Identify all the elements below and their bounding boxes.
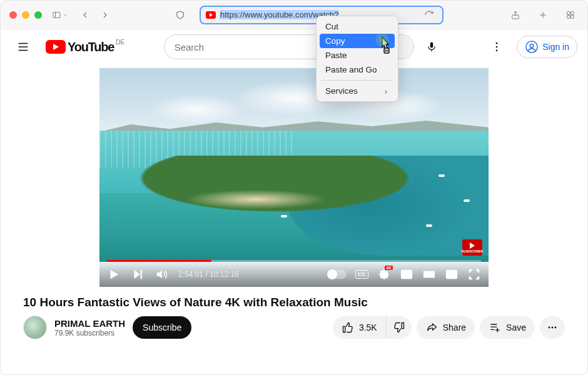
more-actions-button[interactable] — [540, 316, 565, 339]
youtube-logo[interactable]: YouTube DE — [46, 40, 123, 54]
reload-button[interactable] — [421, 7, 437, 23]
signin-label: Sign in — [542, 42, 569, 52]
svg-point-19 — [496, 42, 498, 44]
like-button[interactable]: 3.5K — [333, 316, 387, 339]
new-tab-button[interactable] — [535, 7, 551, 23]
back-button[interactable] — [77, 7, 93, 23]
sidebar-toggle-button[interactable] — [52, 7, 68, 23]
player-controls: 2:54:01 / 10:12:18 CC 4K — [99, 262, 489, 287]
context-menu-paste-and-go[interactable]: Paste and Go — [317, 62, 398, 77]
site-favicon-icon — [206, 11, 216, 19]
play-button[interactable] — [107, 268, 121, 281]
window-minimize-button[interactable] — [22, 11, 29, 19]
browser-toolbar: https://www.youtube.com/watch? — [1, 1, 587, 29]
subscriber-count: 79.9K subscribers — [54, 329, 125, 338]
country-code: DE — [116, 39, 124, 46]
share-arrow-icon — [425, 321, 438, 334]
ellipsis-icon — [546, 321, 559, 334]
tab-overview-button[interactable] — [562, 7, 579, 23]
svg-point-36 — [555, 327, 557, 329]
kebab-menu-icon — [490, 41, 503, 53]
window-close-button[interactable] — [9, 11, 17, 19]
context-menu-cut[interactable]: Cut — [317, 19, 398, 34]
channel-name: PRIMAL EARTH — [54, 318, 125, 329]
playlist-add-icon — [489, 321, 501, 334]
youtube-header: YouTube DE Sign in — [1, 29, 587, 64]
svg-rect-24 — [141, 270, 142, 279]
volume-button[interactable] — [155, 268, 168, 281]
boat-icon — [426, 224, 432, 227]
boat-icon — [438, 174, 445, 177]
dislike-button[interactable] — [387, 316, 412, 339]
svg-rect-0 — [53, 12, 60, 18]
svg-rect-27 — [424, 271, 435, 277]
context-menu-services[interactable]: Services — [317, 84, 398, 98]
signin-button[interactable]: Sign in — [517, 36, 577, 58]
fullscreen-button[interactable] — [467, 268, 481, 281]
like-count: 3.5K — [359, 322, 377, 332]
subscribe-watermark[interactable]: SUBSCRIBE — [462, 239, 482, 256]
voice-search-button[interactable] — [419, 34, 444, 59]
share-video-button[interactable]: Share — [417, 316, 475, 339]
microphone-icon — [426, 41, 437, 52]
svg-rect-8 — [571, 15, 574, 18]
user-icon — [525, 40, 539, 54]
svg-point-23 — [530, 44, 534, 48]
share-button[interactable] — [507, 7, 524, 23]
theater-button[interactable] — [422, 268, 436, 281]
next-button[interactable] — [131, 268, 144, 281]
settings-menu-button[interactable] — [484, 34, 509, 59]
svg-point-22 — [526, 41, 537, 52]
chevron-right-icon — [383, 89, 389, 95]
channel-info[interactable]: PRIMAL EARTH 79.9K subscribers — [23, 316, 125, 339]
svg-point-20 — [496, 46, 498, 48]
time-display: 2:54:01 / 10:12:18 — [178, 270, 239, 279]
quality-badge: 4K — [385, 266, 393, 270]
like-dislike-group: 3.5K — [333, 316, 412, 339]
privacy-shield-button[interactable] — [172, 7, 188, 23]
context-menu-separator — [322, 80, 393, 81]
cast-button[interactable] — [445, 268, 459, 281]
save-video-button[interactable]: Save — [480, 316, 535, 339]
guide-menu-button[interactable] — [11, 34, 36, 59]
thumbs-down-icon — [393, 321, 405, 334]
video-title: 10 Hours Fantastic Views of Nature 4K wi… — [23, 296, 565, 309]
pointer-cursor-icon — [378, 36, 394, 57]
autoplay-toggle[interactable] — [328, 270, 347, 279]
svg-rect-26 — [407, 274, 410, 278]
boat-icon — [281, 215, 287, 218]
svg-point-34 — [549, 327, 550, 329]
youtube-logo-text: YouTube — [68, 40, 114, 54]
miniplayer-button[interactable] — [400, 268, 413, 281]
context-menu: Cut Copy Paste Paste and Go Services — [316, 16, 398, 102]
window-traffic-lights — [9, 11, 42, 19]
window-maximize-button[interactable] — [34, 11, 42, 19]
settings-button[interactable]: 4K — [377, 268, 391, 281]
svg-rect-5 — [567, 11, 570, 14]
captions-button[interactable]: CC — [355, 270, 368, 279]
subscribe-button[interactable]: Subscribe — [133, 316, 191, 339]
thumbs-up-icon — [342, 321, 354, 334]
video-scene-beach — [175, 187, 337, 218]
boat-icon — [464, 199, 470, 202]
svg-rect-6 — [571, 11, 574, 14]
svg-point-35 — [552, 327, 554, 329]
svg-point-21 — [496, 50, 498, 52]
forward-button[interactable] — [97, 7, 113, 23]
channel-avatar[interactable] — [23, 316, 47, 339]
youtube-logo-icon — [46, 40, 66, 54]
video-player[interactable]: SUBSCRIBE 2:54:01 / 10:12:18 CC 4K — [99, 68, 489, 287]
svg-rect-7 — [567, 15, 570, 18]
video-metadata: 10 Hours Fantastic Views of Nature 4K wi… — [16, 296, 572, 339]
